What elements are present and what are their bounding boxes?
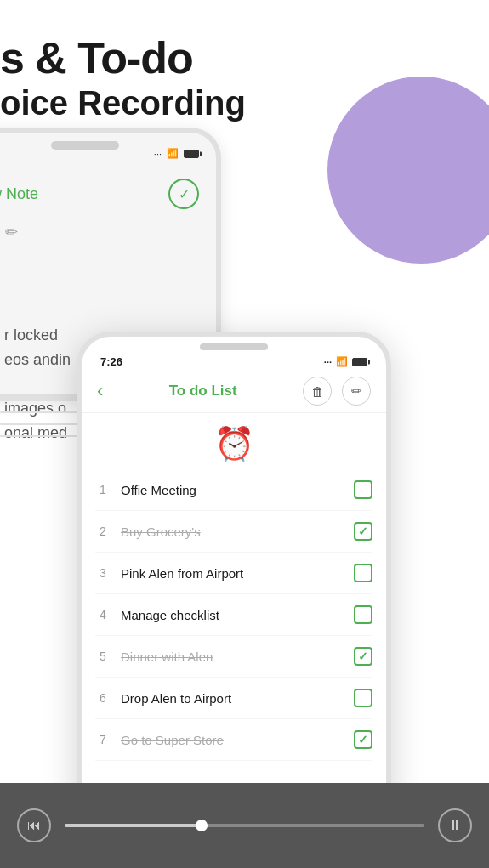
item-text: Manage checklist [121,608,344,622]
todo-title: To do List [169,383,237,400]
rewind-button[interactable]: ⏮ [17,808,51,842]
new-note-row: New Note ✓ [0,172,199,216]
player-slider-track[interactable] [65,824,424,827]
todo-item: 3 Pink Alen from Airport [95,553,372,594]
item-number: 4 [95,608,111,621]
header-title: s & To-do [0,34,246,82]
todo-checkbox[interactable] [354,605,372,624]
header-text-block: s & To-do oice Recording [0,34,246,123]
status-right: ··· 📶 [324,356,367,367]
audio-player-bar: ⏮ ⏸ [0,783,489,868]
delete-button[interactable]: 🗑 [303,377,332,406]
bg-icon-row: ▐▐ ✏ [0,216,199,248]
player-slider-fill [65,824,208,827]
battery-icon [352,358,367,366]
todo-item: 6 Drop Alen to Airport [95,678,372,719]
todo-item: 1 Offie Meeting [95,469,372,511]
status-time: 7:26 [100,355,122,368]
pencil-icon: ✏ [5,223,18,241]
player-slider-thumb[interactable] [196,820,208,831]
bg-wifi-icon: 📶 [167,148,179,159]
header-subtitle: oice Recording [0,82,246,123]
todo-checkbox[interactable] [354,689,372,707]
bg-status-dots: ··· [154,149,162,159]
todo-item: 2 Buy Grocery's [95,511,372,553]
checkmark-circle: ✓ [168,179,199,209]
status-bar: 7:26 ··· 📶 [82,337,386,373]
item-text: Drop Alen to Airport [121,691,344,706]
todo-checkbox[interactable] [354,730,372,749]
alarm-icon: ⏰ [214,425,254,462]
todo-checkbox[interactable] [354,564,372,582]
item-text: Offie Meeting [121,483,344,497]
note-lines [0,400,85,447]
note-line-4 [0,435,85,437]
todo-checkbox[interactable] [354,480,372,499]
bg-battery-icon [184,150,199,158]
item-text: Pink Alen from Airport [121,566,344,581]
note-line-2 [0,411,85,413]
signal-dots: ··· [324,357,332,367]
note-line-3 [0,423,85,425]
todo-app-header: ‹ To do List 🗑 ✏ [82,373,386,413]
main-phone: 7:26 ··· 📶 ‹ To do List 🗑 ✏ ⏰ 1 Offie Me… [77,332,391,859]
main-phone-notch [200,343,268,350]
item-number: 2 [95,525,111,538]
item-number: 3 [95,566,111,580]
todo-item: 7 Go to Super Store [95,719,372,761]
item-number: 5 [95,650,111,663]
todo-list: 1 Offie Meeting 2 Buy Grocery's 3 Pink A… [82,469,386,761]
todo-checkbox[interactable] [354,647,372,666]
item-number: 7 [95,733,111,746]
locked-line-1: r locked [4,323,94,348]
new-note-label: New Note [0,185,38,203]
todo-action-buttons: 🗑 ✏ [303,377,371,406]
wifi-icon: 📶 [336,356,348,367]
bg-phone-notch [51,141,119,150]
pause-button[interactable]: ⏸ [438,808,472,842]
item-number: 6 [95,691,111,705]
item-text: Dinner with Alen [121,650,344,664]
item-number: 1 [95,483,111,496]
player-slider-container [65,824,424,827]
edit-button[interactable]: ✏ [342,377,371,406]
alarm-row: ⏰ [82,413,386,469]
back-button[interactable]: ‹ [97,380,103,402]
todo-checkbox[interactable] [354,522,372,541]
todo-item: 5 Dinner with Alen [95,636,372,678]
item-text: Buy Grocery's [121,525,344,539]
todo-item: 4 Manage checklist [95,594,372,636]
bg-phone-content: New Note ✓ ▐▐ ✏ [0,163,216,257]
purple-decoration [327,77,489,264]
note-line-1 [0,400,85,401]
item-text: Go to Super Store [121,733,344,747]
